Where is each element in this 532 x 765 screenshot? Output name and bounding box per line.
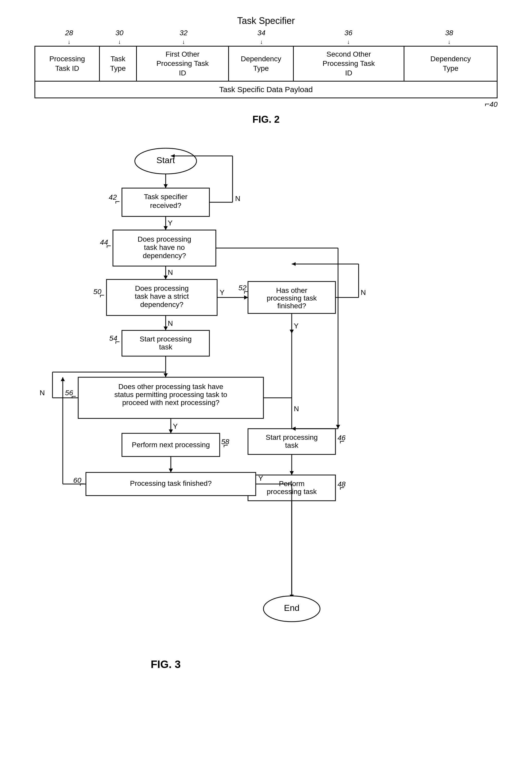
fig2-label: FIG. 2 (34, 114, 498, 125)
task-specifier-table: ProcessingTask ID TaskType First OtherPr… (34, 46, 498, 98)
svg-marker-90 (169, 429, 173, 433)
cell-second-other-processing-task-id: Second OtherProcessing TaskID (294, 47, 405, 81)
svg-text:Does processing: Does processing (138, 235, 192, 243)
field-num-32: 32 (138, 29, 230, 37)
svg-text:End: End (284, 603, 300, 613)
svg-marker-68 (290, 471, 294, 475)
field-num-28: 28 (37, 29, 101, 37)
svg-text:⌐: ⌐ (71, 391, 76, 401)
svg-marker-97 (169, 468, 173, 472)
cell-task-type: TaskType (100, 47, 137, 81)
svg-text:N: N (294, 405, 299, 413)
svg-text:Perform next processing: Perform next processing (132, 441, 210, 449)
arrow-32: ↓ (138, 39, 230, 45)
svg-text:Start: Start (157, 155, 175, 165)
cell-dependency-type-2: DependencyType (404, 47, 497, 81)
svg-text:N: N (361, 289, 366, 297)
svg-text:N: N (168, 319, 173, 327)
svg-text:Y: Y (173, 422, 178, 430)
svg-text:task: task (159, 343, 172, 351)
svg-text:status permitting processing t: status permitting processing task to (115, 390, 228, 398)
svg-text:FIG. 3: FIG. 3 (151, 658, 181, 670)
fig3-container: Start Task specifier received? 42 ⌐ N Y … (22, 141, 510, 765)
svg-marker-104 (61, 377, 65, 381)
svg-text:Y: Y (220, 289, 225, 297)
svg-marker-53 (164, 327, 168, 331)
svg-text:N: N (168, 268, 173, 276)
field-num-34: 34 (230, 29, 293, 37)
fig2-container: Task Specifier 28 30 32 34 36 38 ↓ ↓ ↓ ↓… (34, 15, 498, 125)
svg-marker-15 (164, 226, 168, 230)
svg-text:finished?: finished? (277, 302, 306, 310)
svg-text:Does other processing task hav: Does other processing task have (118, 382, 223, 390)
svg-text:⌐: ⌐ (339, 483, 344, 492)
svg-text:task: task (285, 441, 298, 449)
svg-text:task have a strict: task have a strict (135, 292, 189, 300)
cell-first-other-processing-task-id: First OtherProcessing TaskID (137, 47, 229, 81)
svg-text:⌐: ⌐ (244, 287, 249, 296)
task-specifier-title: Task Specifier (34, 15, 498, 26)
svg-text:N: N (40, 389, 45, 397)
svg-marker-50 (290, 330, 294, 334)
svg-text:received?: received? (150, 202, 181, 210)
svg-text:⌐: ⌐ (115, 337, 120, 346)
field-numbers-row: 28 30 32 34 36 38 (34, 29, 498, 37)
svg-marker-47 (292, 262, 295, 266)
cell-dependency-type-1: DependencyType (229, 47, 293, 81)
svg-marker-27 (164, 276, 168, 280)
svg-text:dependency?: dependency? (143, 252, 186, 260)
svg-text:Processing task finished?: Processing task finished? (130, 479, 212, 487)
table-header-row: ProcessingTask ID TaskType First OtherPr… (35, 47, 497, 82)
field-num-30: 30 (101, 29, 138, 37)
field-num-38: 38 (403, 29, 495, 37)
svg-text:⌐: ⌐ (339, 437, 344, 446)
cell-processing-task-id: ProcessingTask ID (35, 47, 100, 81)
svg-text:⌐: ⌐ (115, 197, 120, 206)
arrow-indicators-row: ↓ ↓ ↓ ↓ ↓ ↓ (34, 39, 498, 45)
svg-text:Y: Y (294, 322, 299, 330)
svg-text:Y: Y (168, 219, 173, 227)
svg-marker-25 (336, 425, 340, 429)
arrow-38: ↓ (403, 39, 495, 45)
svg-text:Y: Y (258, 474, 263, 482)
svg-text:⌐: ⌐ (223, 440, 228, 450)
arrow-36: ↓ (293, 39, 403, 45)
svg-text:N: N (235, 195, 240, 203)
arrow-34: ↓ (230, 39, 293, 45)
svg-marker-3 (164, 184, 168, 188)
svg-text:Start processing: Start processing (140, 335, 192, 343)
ref-40: ⌐40 (34, 99, 498, 109)
cell-task-specific-data-payload: Task Specific Data Payload (35, 82, 497, 98)
arrow-30: ↓ (101, 39, 138, 45)
svg-text:Does processing: Does processing (135, 284, 189, 292)
svg-text:proceed with next processing?: proceed with next processing? (122, 398, 220, 406)
svg-text:Start processing: Start processing (266, 433, 318, 441)
svg-text:⌐: ⌐ (100, 291, 105, 300)
svg-text:Task specifier: Task specifier (144, 193, 188, 201)
arrow-28: ↓ (37, 39, 101, 45)
svg-text:⌐: ⌐ (106, 241, 111, 250)
svg-text:Has other: Has other (276, 287, 307, 294)
svg-text:processing task: processing task (267, 294, 317, 302)
svg-text:dependency?: dependency? (140, 301, 184, 309)
table-payload-row: Task Specific Data Payload (35, 82, 497, 98)
svg-text:task have no: task have no (144, 244, 185, 252)
field-num-36: 36 (293, 29, 403, 37)
flowchart-svg: Start Task specifier received? 42 ⌐ N Y … (22, 141, 510, 765)
